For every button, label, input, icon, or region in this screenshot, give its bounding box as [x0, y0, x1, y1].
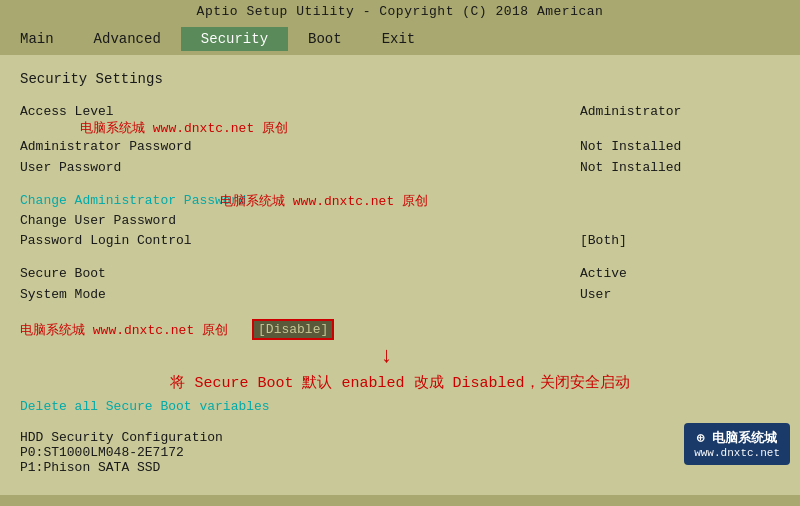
watermark-2: 电脑系统城 www.dnxtc.net 原创	[220, 192, 428, 210]
hdd-section: HDD Security Configuration P0:ST1000LM04…	[20, 430, 780, 475]
password-login-control-label: Password Login Control	[20, 233, 192, 248]
menu-security[interactable]: Security	[181, 27, 288, 51]
watermark-1: 电脑系统城 www.dnxtc.net 原创	[80, 119, 288, 137]
arrow-down-icon: ↓	[380, 344, 393, 369]
menu-main[interactable]: Main	[0, 27, 74, 51]
access-level-value: Administrator	[580, 104, 780, 119]
password-login-control-row: Password Login Control [Both]	[20, 232, 780, 249]
watermark-3: 电脑系统城 www.dnxtc.net 原创	[20, 321, 228, 339]
hdd-title: HDD Security Configuration	[20, 430, 780, 445]
hdd-item-0: P0:ST1000LM048-2E7172	[20, 445, 780, 460]
delete-secure-boot-link[interactable]: Delete all Secure Boot variables	[20, 399, 270, 414]
secure-boot-control-value[interactable]: [Disable]	[252, 319, 334, 340]
logo-line2: www.dnxtc.net	[694, 447, 780, 459]
logo-line1: ⊕ 电脑系统城	[694, 429, 780, 447]
menu-bar: Main Advanced Security Boot Exit	[0, 23, 800, 55]
admin-password-value: Not Installed	[580, 139, 780, 154]
system-mode-label: System Mode	[20, 287, 106, 302]
hdd-item-1: P1:Phison SATA SSD	[20, 460, 780, 475]
system-mode-row: System Mode User	[20, 286, 780, 303]
user-password-label: User Password	[20, 160, 121, 175]
change-user-password-link[interactable]: Change User Password	[20, 213, 176, 228]
access-level-label: Access Level	[20, 104, 114, 119]
admin-password-label: Administrator Password	[20, 139, 192, 154]
content-area: Security Settings Access Level Administr…	[0, 55, 800, 495]
secure-boot-value: Active	[580, 266, 780, 281]
logo-badge: ⊕ 电脑系统城 www.dnxtc.net	[684, 423, 790, 465]
user-password-row: User Password Not Installed	[20, 159, 780, 176]
change-admin-password-link[interactable]: Change Administrator Password	[20, 193, 246, 208]
menu-exit[interactable]: Exit	[362, 27, 436, 51]
secure-boot-label: Secure Boot	[20, 266, 106, 281]
annotation-text: 将 Secure Boot 默认 enabled 改成 Disabled，关闭安…	[20, 373, 780, 392]
menu-boot[interactable]: Boot	[288, 27, 362, 51]
menu-advanced[interactable]: Advanced	[74, 27, 181, 51]
secure-boot-row: Secure Boot Active	[20, 265, 780, 282]
admin-password-row: Administrator Password Not Installed	[20, 138, 780, 155]
title-text: Aptio Setup Utility - Copyright (C) 2018…	[197, 4, 604, 19]
access-level-row: Access Level Administrator	[20, 103, 780, 120]
title-bar: Aptio Setup Utility - Copyright (C) 2018…	[0, 0, 800, 23]
section-title: Security Settings	[20, 71, 780, 87]
password-login-control-value: [Both]	[580, 233, 780, 248]
system-mode-value: User	[580, 287, 780, 302]
user-password-value: Not Installed	[580, 160, 780, 175]
